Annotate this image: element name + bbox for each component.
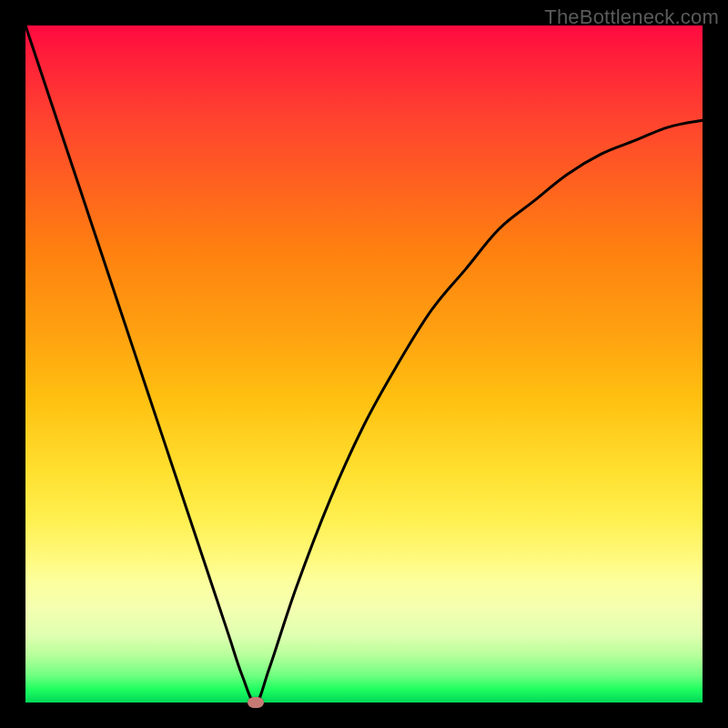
bottleneck-curve-path	[25, 25, 703, 703]
bottleneck-curve-svg	[25, 25, 703, 703]
minimum-marker	[248, 697, 264, 708]
chart-frame	[25, 25, 703, 703]
